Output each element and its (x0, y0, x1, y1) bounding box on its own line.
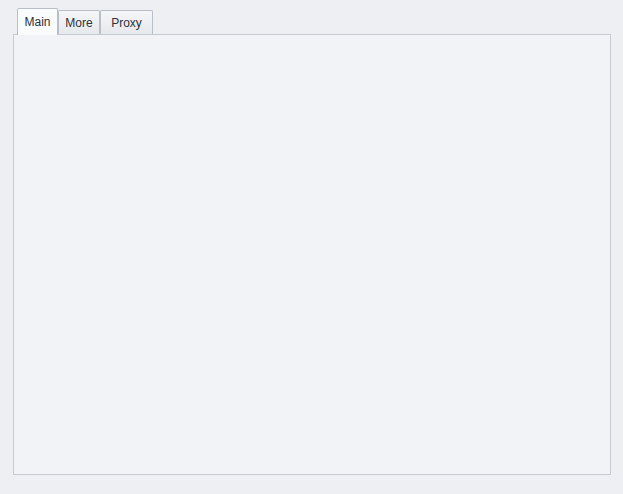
tab-main[interactable]: Main (17, 8, 58, 35)
tab-more-label: More (65, 16, 92, 30)
http-request-dialog: Main More Proxy www URL https://api.capm… (0, 0, 623, 494)
tab-more[interactable]: More (58, 10, 100, 35)
tab-proxy-label: Proxy (111, 16, 142, 30)
tab-main-label: Main (24, 15, 50, 29)
tab-proxy[interactable]: Proxy (100, 10, 153, 35)
main-tab-panel (13, 34, 611, 475)
